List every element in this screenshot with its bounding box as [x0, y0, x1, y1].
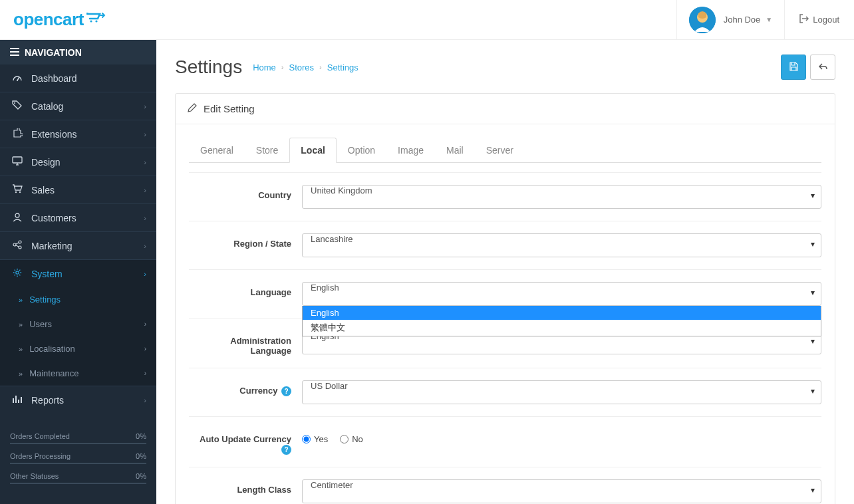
sidebar-item-design[interactable]: Design › [0, 148, 156, 176]
svg-line-16 [16, 243, 19, 244]
sidebar-subitem-label: Users [29, 319, 52, 329]
breadcrumb-sep-icon: › [319, 63, 322, 71]
user-name: John Doe [724, 15, 761, 25]
radio-yes[interactable]: Yes [302, 434, 328, 444]
hamburger-icon[interactable] [10, 47, 19, 58]
sidebar-item-marketing[interactable]: Marketing › [0, 231, 156, 259]
sidebar-item-catalog[interactable]: Catalog › [0, 92, 156, 120]
sidebar-item-label: Design [31, 157, 61, 168]
chevron-right-icon: › [144, 130, 146, 138]
sidebar-item-system[interactable]: System › [0, 259, 156, 287]
stat-label: Orders Processing [10, 452, 71, 460]
chevron-right-icon: › [144, 345, 146, 352]
stat-orders-processing: Orders Processing 0% [10, 448, 146, 464]
double-angle-icon: » [19, 345, 23, 353]
sidebar-item-label: Catalog [31, 101, 63, 112]
panel-heading: Edit Setting [176, 94, 835, 124]
length-class-select[interactable]: Centimeter [302, 479, 821, 503]
sidebar-item-dashboard[interactable]: Dashboard [0, 64, 156, 92]
chevron-right-icon: › [144, 370, 146, 377]
auto-update-currency-radio-group: Yes No [302, 429, 821, 444]
language-select[interactable]: English [302, 282, 821, 306]
form-row-currency: Currency ? US Dollar [189, 368, 821, 416]
tab-local[interactable]: Local [289, 138, 337, 163]
sidebar-item-label: Customers [31, 213, 76, 223]
breadcrumb-home[interactable]: Home [253, 63, 276, 72]
dashboard-icon [10, 72, 25, 84]
sidebar-item-label: Marketing [31, 241, 72, 251]
radio-yes-input[interactable] [302, 435, 311, 443]
svg-point-1 [95, 20, 97, 22]
double-angle-icon: » [19, 370, 23, 378]
breadcrumb-sep-icon: › [281, 63, 284, 71]
tab-store[interactable]: Store [245, 138, 289, 163]
double-angle-icon: » [19, 296, 23, 304]
user-menu[interactable]: John Doe ▼ [676, 0, 785, 39]
tab-mail[interactable]: Mail [435, 138, 475, 163]
sidebar-item-reports[interactable]: Reports › [0, 386, 156, 414]
sidebar-item-customers[interactable]: Customers › [0, 203, 156, 231]
sidebar-subitem-settings[interactable]: » Settings [0, 287, 156, 312]
sidebar-subitem-label: Settings [29, 295, 61, 305]
svg-point-12 [15, 213, 19, 217]
tab-server[interactable]: Server [475, 138, 525, 163]
logo[interactable]: opencart [0, 9, 156, 30]
tab-image[interactable]: Image [386, 138, 435, 163]
chevron-right-icon: › [144, 320, 146, 328]
svg-point-13 [13, 243, 16, 246]
form-row-auto-update-currency: Auto Update Currency ? Yes No [189, 416, 821, 467]
stat-value: 0% [136, 432, 146, 440]
region-select[interactable]: Lancashire [302, 233, 821, 257]
logout-button[interactable]: Logout [784, 0, 854, 39]
radio-no-input[interactable] [340, 435, 349, 443]
desktop-icon [10, 156, 25, 168]
language-option-tc[interactable]: 繁體中文 [303, 320, 821, 336]
chart-icon [10, 394, 25, 406]
user-icon [10, 212, 25, 223]
nav-list: Dashboard Catalog › Extensions › Design … [0, 64, 156, 414]
sidebar-subitem-maintenance[interactable]: » Maintenance › [0, 361, 156, 386]
chevron-right-icon: › [144, 158, 146, 166]
stats-block: Orders Completed 0% Orders Processing 0%… [0, 428, 156, 501]
sidebar-subitem-localisation[interactable]: » Localisation › [0, 336, 156, 361]
tab-option[interactable]: Option [337, 138, 386, 163]
breadcrumb-stores[interactable]: Stores [289, 63, 315, 72]
cog-icon [10, 268, 25, 279]
page-header: Settings Home › Stores › Settings [156, 40, 854, 90]
logo-cart-icon [86, 10, 106, 27]
chevron-right-icon: › [144, 214, 146, 222]
breadcrumb-settings[interactable]: Settings [327, 63, 358, 72]
nav-title: NAVIGATION [25, 47, 82, 58]
radio-no[interactable]: No [340, 434, 363, 444]
label-country: Country [189, 185, 302, 200]
language-option-english[interactable]: English [303, 306, 821, 320]
sidebar-item-extensions[interactable]: Extensions › [0, 120, 156, 148]
country-select[interactable]: United Kingdom [302, 185, 821, 209]
logo-text: opencart [13, 9, 84, 30]
double-angle-icon: » [19, 320, 23, 328]
app-header: opencart John Doe ▼ Logout [0, 0, 854, 40]
svg-point-5 [17, 80, 18, 81]
stat-label: Orders Completed [10, 432, 70, 440]
nav-header: NAVIGATION [0, 40, 156, 64]
caret-down-icon: ▼ [766, 16, 772, 23]
back-button[interactable] [810, 55, 835, 80]
help-icon[interactable]: ? [281, 445, 291, 455]
label-length-class: Length Class [189, 479, 302, 495]
sidebar-item-sales[interactable]: Sales › [0, 176, 156, 203]
sidebar-item-label: Sales [31, 185, 55, 195]
sidebar-subitem-users[interactable]: » Users › [0, 312, 156, 336]
chevron-right-icon: › [144, 270, 146, 278]
sidebar-item-label: Dashboard [31, 73, 77, 84]
puzzle-icon [10, 128, 25, 140]
label-region: Region / State [189, 233, 302, 249]
currency-select[interactable]: US Dollar [302, 380, 821, 404]
save-button[interactable] [781, 55, 806, 80]
tags-icon [10, 100, 25, 112]
svg-rect-7 [13, 157, 22, 163]
edit-setting-panel: Edit Setting General Store Local Option … [175, 93, 835, 504]
reply-icon [818, 62, 827, 73]
form-row-country: Country United Kingdom [189, 172, 821, 221]
tab-general[interactable]: General [189, 138, 245, 163]
help-icon[interactable]: ? [281, 386, 291, 396]
